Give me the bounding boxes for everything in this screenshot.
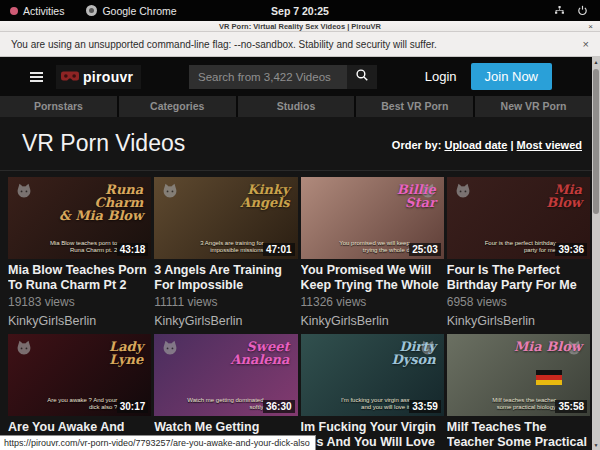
scrollbar-thumb[interactable]	[593, 69, 599, 214]
screen: Activities Google Chrome Sep 7 20:25 VR …	[0, 0, 600, 450]
site-logo[interactable]: pirouvr	[56, 65, 141, 89]
order-by-label: Order by:	[392, 139, 442, 151]
duration-badge: 36:30	[263, 400, 295, 413]
window-close-icon[interactable]: ×	[588, 22, 593, 31]
thumbnail-caption: 3 Angels are training for impossible mis…	[184, 240, 264, 254]
thumbnail-caption: You promised we will keep trying the who…	[330, 240, 410, 254]
status-url-tooltip: https://pirouvr.com/vr-porn-video/779325…	[0, 435, 316, 450]
sandbox-warning-bar: You are using an unsupported command-lin…	[0, 32, 600, 57]
video-title-link[interactable]: Mia Blow Teaches Porn To Runa Charm Pt 2	[8, 263, 151, 293]
thumbnail-performer-name: Billie Star	[397, 183, 436, 209]
page-title: VR Porn Videos	[22, 130, 185, 170]
video-views: 11111 views	[154, 295, 297, 309]
video-thumbnail[interactable]: Dirty Dyson I'm fucking your virgin ass …	[301, 334, 444, 416]
logo-text: pirouvr	[83, 69, 133, 85]
thumbnail-performer-name: Kinky Angels	[240, 183, 289, 209]
video-title-link[interactable]: Im Fucking Your Virgin Ass And You Will …	[301, 420, 444, 450]
video-card: Runa Charm & Mia Blow Mia Blow teaches p…	[8, 177, 151, 330]
main-menu-item[interactable]: Best VR Porn	[356, 96, 473, 117]
video-studio-link[interactable]: KinkyGirlsBerlin	[447, 314, 590, 330]
studio-cat-mask-icon	[160, 339, 180, 361]
video-studio-link[interactable]: KinkyGirlsBerlin	[301, 314, 444, 330]
video-title-link[interactable]: Four Is The Perfect Birthday Party For M…	[447, 263, 590, 293]
window-title-bar: VR Porn: Virtual Reality Sex Videos | Pi…	[0, 21, 600, 32]
main-content: VR Porn Videos Order by: Upload date | M…	[0, 117, 600, 450]
search-input[interactable]	[189, 65, 347, 89]
video-card: Mia Blow Four is the perfect birthday pa…	[447, 177, 590, 330]
studio-cat-mask-icon	[453, 182, 473, 204]
site-header: pirouvr Login Join Now	[0, 57, 600, 96]
video-thumbnail[interactable]: Mia Blow Milf teaches the teacher some p…	[447, 334, 590, 416]
main-menu: PornstarsCategoriesStudiosBest VR PornNe…	[0, 96, 600, 117]
video-studio-link[interactable]: KinkyGirlsBerlin	[154, 314, 297, 330]
video-grid: Runa Charm & Mia Blow Mia Blow teaches p…	[0, 171, 600, 450]
video-card: Lady Lyne Are you awake ? And your dick …	[8, 334, 151, 450]
studio-cat-mask-icon	[14, 182, 34, 204]
thumbnail-performer-name: Lady Lyne	[109, 340, 143, 366]
video-views: 6958 views	[447, 295, 590, 309]
hamburger-menu-icon[interactable]	[30, 72, 43, 82]
video-thumbnail[interactable]: Kinky Angels 3 Angels are training for i…	[154, 177, 297, 259]
thumbnail-caption: Milf teaches the teacher some practical …	[476, 397, 556, 411]
duration-badge: 35:58	[555, 400, 587, 413]
order-by-controls: Order by: Upload date | Most viewed	[392, 139, 582, 170]
duration-badge: 30:17	[117, 400, 149, 413]
video-card: Dirty Dyson I'm fucking your virgin ass …	[301, 334, 444, 450]
video-studio-link[interactable]: KinkyGirlsBerlin	[8, 314, 151, 330]
video-views: 11326 views	[301, 295, 444, 309]
thumbnail-caption: Watch me getting dominated softly	[184, 397, 264, 411]
main-menu-item[interactable]: Studios	[238, 96, 355, 117]
main-menu-item[interactable]: Categories	[119, 96, 236, 117]
video-card: Billie Star You promised we will keep tr…	[301, 177, 444, 330]
duration-badge: 43:18	[117, 243, 149, 256]
video-title-link[interactable]: You Promised We Will Keep Trying The Who…	[301, 263, 444, 293]
main-menu-item[interactable]: New VR Porn	[475, 96, 592, 117]
thumbnail-performer-name: Mia Blow	[514, 340, 582, 353]
duration-badge: 47:01	[263, 243, 295, 256]
video-thumbnail[interactable]: Lady Lyne Are you awake ? And your dick …	[8, 334, 151, 416]
thumbnail-performer-name: Sweet Analena	[230, 340, 289, 366]
order-by-most-viewed-link[interactable]: Most viewed	[517, 139, 582, 151]
menu-item-label: Best VR Porn	[381, 100, 448, 112]
clock[interactable]: Sep 7 20:25	[0, 5, 600, 17]
video-views: 19183 views	[8, 295, 151, 309]
duration-badge: 33:59	[409, 400, 441, 413]
thumbnail-caption: Mia Blow teaches porn to Runa Charm pt. …	[37, 240, 117, 254]
thumbnail-caption: Four is the perfect birthday party for m…	[476, 240, 556, 254]
duration-badge: 25:03	[409, 243, 441, 256]
thumbnail-performer-name: Mia Blow	[546, 183, 582, 209]
video-title-link[interactable]: 3 Angels Are Training For Impossible Mis…	[154, 263, 297, 293]
video-thumbnail[interactable]: Sweet Analena Watch me getting dominated…	[154, 334, 297, 416]
studio-cat-mask-icon	[160, 182, 180, 204]
german-flag-icon	[536, 370, 562, 385]
order-by-upload-date-link[interactable]: Upload date	[444, 139, 507, 151]
thumbnail-caption: I'm fucking your virgin ass and you will…	[330, 397, 410, 411]
menu-item-label: Studios	[277, 100, 316, 112]
video-thumbnail[interactable]: Mia Blow Four is the perfect birthday pa…	[447, 177, 590, 259]
scroll-up-arrow-icon[interactable]: ▲	[592, 58, 600, 66]
login-link[interactable]: Login	[425, 69, 457, 84]
warning-close-icon[interactable]: ×	[583, 38, 589, 50]
duration-badge: 39:36	[555, 243, 587, 256]
video-card: Kinky Angels 3 Angels are training for i…	[154, 177, 297, 330]
menu-item-label: Pornstars	[34, 100, 83, 112]
video-card: Mia Blow Milf teaches the teacher some p…	[447, 334, 590, 450]
studio-cat-mask-icon	[14, 339, 34, 361]
video-thumbnail[interactable]: Runa Charm & Mia Blow Mia Blow teaches p…	[8, 177, 151, 259]
warning-message: You are using an unsupported command-lin…	[0, 39, 437, 50]
page-scrollbar[interactable]: ▲ ▼	[592, 57, 600, 450]
search-icon	[355, 68, 369, 85]
scroll-down-arrow-icon[interactable]: ▼	[592, 441, 600, 449]
gnome-top-bar: Activities Google Chrome Sep 7 20:25	[0, 0, 600, 21]
thumbnail-performer-name: Dirty Dyson	[391, 340, 435, 366]
thumbnail-caption: Are you awake ? And your dick also ?	[37, 397, 117, 411]
search-button[interactable]	[347, 65, 377, 89]
video-card: Sweet Analena Watch me getting dominated…	[154, 334, 297, 450]
window-title: VR Porn: Virtual Reality Sex Videos | Pi…	[219, 22, 381, 31]
search-bar	[189, 65, 377, 89]
video-thumbnail[interactable]: Billie Star You promised we will keep tr…	[301, 177, 444, 259]
video-title-link[interactable]: Milf Teaches The Teacher Some Practical …	[447, 420, 590, 450]
main-menu-item[interactable]: Pornstars	[0, 96, 117, 117]
join-now-button[interactable]: Join Now	[471, 63, 552, 90]
menu-item-label: Categories	[150, 100, 204, 112]
